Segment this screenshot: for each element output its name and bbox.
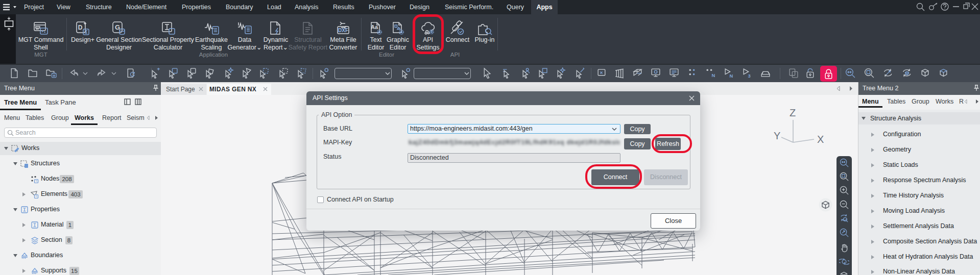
svg-text:N: N xyxy=(712,72,715,78)
svg-text:Aa: Aa xyxy=(371,24,378,30)
svg-text:T: T xyxy=(35,180,37,183)
svg-text:3: 3 xyxy=(748,73,751,79)
svg-text:Y: Y xyxy=(774,130,780,141)
svg-text:Z: Z xyxy=(790,107,796,118)
svg-text:DXF: DXF xyxy=(338,28,348,33)
svg-text:X: X xyxy=(817,134,824,145)
svg-text:D: D xyxy=(78,24,83,31)
svg-text:N: N xyxy=(730,73,733,79)
